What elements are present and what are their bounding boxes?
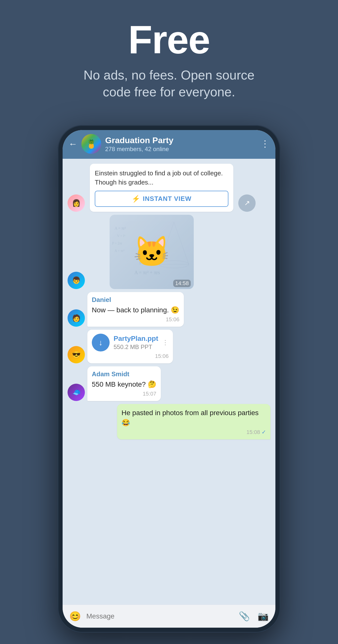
article-message-bubble: Einstein struggled to find a job out of … [90, 164, 233, 212]
adam-message-bubble: Adam Smidt 550 MB keynote? 🤔 15:07 [87, 366, 161, 401]
svg-text:V = l³: V = l³ [117, 234, 125, 238]
file-more-icon: ⋮ [162, 339, 169, 346]
attach-button[interactable]: 📎 [237, 609, 252, 624]
daniel-sender-name: Daniel [92, 296, 179, 304]
back-button[interactable]: ← [68, 139, 77, 149]
input-bar: 😊 📎 📷 [63, 604, 275, 628]
file-time: 15:06 [92, 353, 169, 360]
instant-view-button[interactable]: ⚡ INSTANT VIEW [95, 191, 228, 207]
svg-text:A = πr²: A = πr² [115, 249, 124, 253]
sticker-container: A = πr² V = l³ P = 2πr A = πr² s = √(r²+… [110, 215, 194, 289]
download-button[interactable]: ↓ [92, 334, 110, 352]
avatar-emoji-m2: 😎 [72, 351, 81, 359]
share-icon: ↗ [244, 199, 250, 207]
chat-name: Graduation Party [105, 136, 257, 145]
phone-outer: ← 🍍 Graduation Party 278 members, 42 onl… [58, 125, 280, 632]
sticker-row: 👦 A = πr² V = l³ P = 2πr A = πr² s = √(r… [67, 215, 271, 289]
phone-screen: ← 🍍 Graduation Party 278 members, 42 onl… [63, 130, 275, 628]
message-input[interactable] [86, 612, 233, 620]
avatar-emoji-m1s: 👦 [72, 276, 81, 284]
avatar-male1-sticker: 👦 [67, 272, 85, 289]
chat-info: Graduation Party 278 members, 42 online [105, 136, 257, 152]
daniel-message-bubble: Daniel Now — back to planning. 😉 15:06 [87, 292, 184, 327]
chat-messages: 👩 Einstein struggled to find a job out o… [63, 159, 275, 604]
file-message-bubble: ↓ PartyPlan.ppt 550.2 MB PPT ⋮ 15:06 [87, 330, 173, 363]
attach-icon: 📎 [239, 611, 250, 622]
chat-avatar: 🍍 [81, 134, 101, 154]
chat-header: ← 🍍 Graduation Party 278 members, 42 onl… [63, 130, 275, 159]
sticker-time: 14:58 [173, 280, 191, 287]
cat-sticker: 🐱 [133, 234, 170, 269]
avatar-emoji-female: 👩 [72, 199, 81, 207]
my-message-time-row: 15:08 ✓ [121, 429, 266, 436]
daniel-message-row: 🧑 Daniel Now — back to planning. 😉 15:06 [67, 292, 271, 327]
file-message-row: 😎 ↓ PartyPlan.ppt 550.2 MB PPT [67, 330, 271, 363]
instant-view-label: INSTANT VIEW [143, 195, 191, 202]
avatar-emoji-daniel: 🧑 [72, 314, 81, 322]
adam-message-text: 550 MB keynote? 🤔 [92, 380, 156, 389]
sticker-background: A = πr² V = l³ P = 2πr A = πr² s = √(r²+… [110, 215, 194, 289]
camera-button[interactable]: 📷 [256, 609, 271, 624]
lightning-icon: ⚡ [132, 195, 140, 203]
file-info: PartyPlan.ppt 550.2 MB PPT [114, 335, 158, 350]
emoji-button[interactable]: 😊 [67, 609, 82, 624]
message-check-icon: ✓ [262, 429, 266, 436]
page-subtitle: No ads, no fees. Open source code free f… [70, 67, 268, 100]
avatar-file-sender: 😎 [67, 346, 85, 363]
daniel-message-time: 15:06 [92, 316, 179, 323]
daniel-message-text: Now — back to planning. 😉 [92, 305, 179, 315]
avatar-emoji-adam: 🧢 [72, 388, 81, 396]
phone-wrapper: ← 🍍 Graduation Party 278 members, 42 onl… [58, 125, 280, 632]
svg-text:A = πr²: A = πr² [115, 226, 126, 230]
header-section: Free No ads, no fees. Open source code f… [0, 0, 338, 115]
my-message-bubble: He pasted in photos from all previous pa… [117, 404, 271, 439]
avatar-female: 👩 [67, 194, 85, 212]
adam-message-time: 15:07 [92, 390, 156, 397]
svg-text:A = πr² + πrs: A = πr² + πrs [134, 270, 160, 275]
camera-icon: 📷 [258, 611, 269, 622]
download-icon: ↓ [99, 338, 103, 347]
file-name: PartyPlan.ppt [114, 335, 158, 342]
chat-members: 278 members, 42 online [105, 146, 257, 152]
adam-message-row: 🧢 Adam Smidt 550 MB keynote? 🤔 15:07 [67, 366, 271, 401]
my-message-text: He pasted in photos from all previous pa… [121, 408, 266, 427]
emoji-icon: 😊 [69, 611, 81, 622]
avatar-daniel: 🧑 [67, 309, 85, 327]
page-title: Free [128, 20, 210, 60]
back-icon: ← [68, 139, 77, 149]
article-message-row: 👩 Einstein struggled to find a job out o… [67, 164, 271, 212]
more-button[interactable]: ⋮ [261, 139, 270, 149]
article-text: Einstein struggled to find a job out of … [95, 169, 228, 187]
my-message-time: 15:08 [247, 429, 260, 436]
file-more-button[interactable]: ⋮ [162, 339, 169, 346]
file-row: ↓ PartyPlan.ppt 550.2 MB PPT ⋮ [92, 334, 169, 352]
adam-sender-name: Adam Smidt [92, 370, 156, 378]
file-meta: 550.2 MB PPT [114, 344, 158, 350]
avatar-adam: 🧢 [67, 384, 85, 401]
svg-text:P = 2πr: P = 2πr [112, 242, 122, 245]
avatar-emoji: 🍍 [86, 139, 96, 149]
more-icon: ⋮ [261, 139, 270, 149]
share-button[interactable]: ↗ [238, 194, 256, 212]
